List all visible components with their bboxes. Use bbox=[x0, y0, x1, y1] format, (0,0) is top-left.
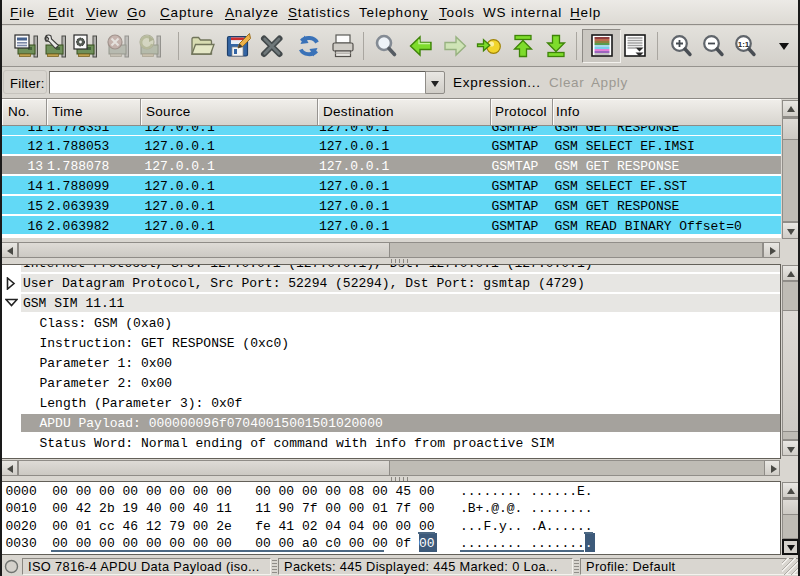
svg-text:1:1: 1:1 bbox=[738, 40, 750, 49]
